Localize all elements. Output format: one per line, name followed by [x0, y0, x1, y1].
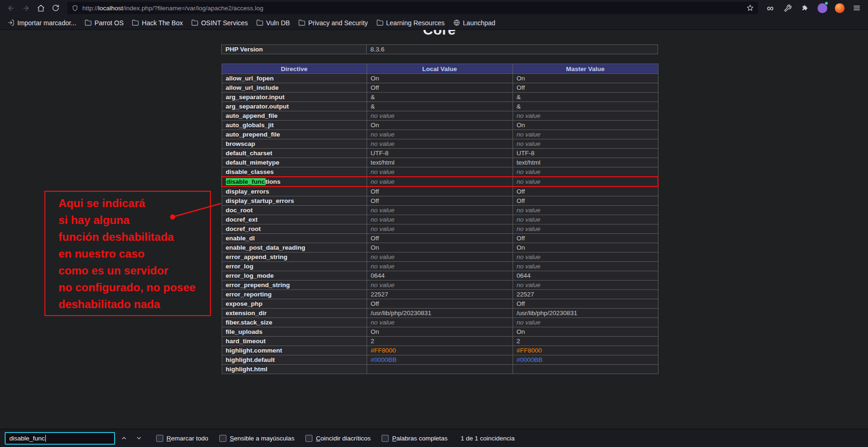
findbar-option-sensible-a-mayusculas[interactable]: Sensible a mayúsculas	[219, 435, 294, 442]
folder-icon	[132, 19, 139, 26]
checkbox-icon[interactable]	[382, 435, 389, 442]
annotation-text-line: no configurado, no posee	[58, 279, 210, 296]
bookmark-item[interactable]: Importar marcador...	[4, 18, 80, 28]
value-cell: no value	[367, 130, 513, 139]
directive-cell: disable_functions	[222, 177, 367, 187]
table-row: expose_phpOffOff	[222, 299, 658, 309]
table-row: default_charsetUTF-8UTF-8	[222, 149, 658, 158]
option-label: Sensible a mayúsculas	[230, 435, 294, 442]
bookmark-label: Parrot OS	[94, 19, 123, 27]
directive-cell: browscap	[222, 139, 367, 149]
bookmark-item[interactable]: Vuln DB	[253, 18, 294, 28]
annotation-text-line: función deshabilitada	[58, 229, 210, 245]
bookmark-item[interactable]: Parrot OS	[81, 18, 127, 28]
value-cell: On	[513, 74, 658, 83]
bookmark-item[interactable]: Privacy and Security	[295, 18, 372, 28]
annotation-text-line: si hay alguna	[58, 212, 210, 229]
bookmark-label: OSINT Services	[201, 19, 248, 27]
hamburger-menu-icon[interactable]	[851, 2, 862, 14]
bookmark-label: Vuln DB	[266, 19, 290, 27]
annotation-text-line: en nuestro caso	[58, 245, 210, 262]
option-label: Palabras completas	[392, 435, 448, 442]
chevron-down-icon	[136, 435, 142, 441]
directive-cell: arg_separator.input	[222, 93, 367, 102]
value-cell: 0644	[367, 271, 513, 281]
value-cell: no value	[367, 111, 513, 121]
bookmark-item[interactable]: OSINT Services	[188, 18, 252, 28]
table-row: hard_timeout22	[222, 337, 658, 346]
value-cell: no value	[367, 215, 513, 224]
bookmark-item[interactable]: Hack The Box	[128, 18, 187, 28]
findbar-options: Remarcar todoSensible a mayúsculasCoinci…	[145, 435, 448, 442]
profile-avatar-purple[interactable]	[817, 2, 828, 14]
directive-cell: error_prepend_string	[222, 281, 367, 290]
folder-icon	[298, 19, 305, 26]
reload-button[interactable]	[49, 1, 63, 14]
value-cell: &	[513, 102, 658, 111]
forward-arrow-icon	[22, 4, 30, 12]
findbar-option-remarcar-todo[interactable]: Remarcar todo	[156, 435, 208, 442]
directive-cell: arg_separator.output	[222, 102, 367, 111]
home-button[interactable]	[34, 1, 48, 14]
notification-dot	[825, 1, 828, 5]
value-cell: Off	[367, 299, 513, 309]
browser-avatar-orange[interactable]	[834, 2, 845, 14]
checkbox-icon[interactable]	[219, 435, 226, 442]
checkbox-icon[interactable]	[305, 435, 312, 442]
value-cell	[513, 365, 658, 374]
value-cell: /usr/lib/php/20230831	[513, 309, 658, 318]
forward-button[interactable]	[19, 1, 33, 14]
directive-cell: file_uploads	[222, 327, 367, 337]
value-cell: no value	[367, 318, 513, 327]
infinity-extension-icon[interactable]: ∞	[765, 2, 776, 14]
directive-cell: error_log_mode	[222, 271, 367, 281]
annotation-text-line: deshabilitado nada	[58, 296, 210, 313]
table-row: error_log_mode06440644	[222, 271, 658, 281]
shield-icon[interactable]	[72, 5, 79, 12]
findbar-option-palabras-completas[interactable]: Palabras completas	[382, 435, 448, 442]
bookmark-item[interactable]: Launchpad	[449, 18, 499, 28]
back-button[interactable]	[4, 1, 18, 14]
find-previous-button[interactable]	[118, 432, 130, 444]
value-cell: no value	[367, 224, 513, 234]
php-version-label: PHP Version	[222, 45, 367, 54]
bookmark-item[interactable]: Learning Resources	[373, 18, 448, 28]
value-cell: no value	[513, 281, 658, 290]
value-cell: no value	[367, 262, 513, 271]
directive-cell: auto_prepend_file	[222, 130, 367, 139]
directive-cell: auto_globals_jit	[222, 121, 367, 130]
value-cell: no value	[367, 139, 513, 149]
folder-icon	[256, 19, 263, 26]
directive-cell: default_mimetype	[222, 158, 367, 167]
table-row: PHP Version 8.3.6	[222, 45, 658, 54]
table-row: arg_separator.input&&	[222, 93, 658, 102]
table-row: display_errorsOffOff	[222, 187, 658, 196]
value-cell: 2	[367, 337, 513, 346]
table-row: error_logno valueno value	[222, 262, 658, 271]
value-cell: Off	[367, 196, 513, 206]
value-cell: no value	[513, 167, 658, 177]
value-cell: On	[513, 243, 658, 252]
find-input[interactable]: disable_func	[5, 432, 115, 445]
table-row: highlight.default#0000BB#0000BB	[222, 355, 658, 365]
bookmark-star-icon[interactable]	[746, 4, 754, 12]
url-bar[interactable]: http://localhost/index.php/?filename=/va…	[67, 2, 758, 14]
findbar-option-coincidir-diacriticos[interactable]: Coincidir diacríticos	[305, 435, 370, 442]
directive-cell: allow_url_include	[222, 83, 367, 93]
wrench-extension-icon[interactable]	[782, 2, 793, 14]
extensions-puzzle-icon[interactable]	[799, 2, 810, 14]
match-count: 1 de 1 coincidencia	[461, 435, 515, 442]
table-row: docref_extno valueno value	[222, 215, 658, 224]
value-cell: no value	[513, 262, 658, 271]
directive-cell: enable_dl	[222, 234, 367, 243]
directive-cell: fiber.stack_size	[222, 318, 367, 327]
value-cell: &	[367, 102, 513, 111]
value-cell: Off	[513, 83, 658, 93]
table-row: arg_separator.output&&	[222, 102, 658, 111]
find-next-button[interactable]	[133, 432, 145, 444]
checkbox-icon[interactable]	[156, 435, 163, 442]
value-cell: no value	[367, 252, 513, 262]
value-cell: no value	[513, 130, 658, 139]
directive-cell: error_reporting	[222, 290, 367, 299]
core-directives-table: Directive Local Value Master Value allow…	[221, 64, 658, 374]
